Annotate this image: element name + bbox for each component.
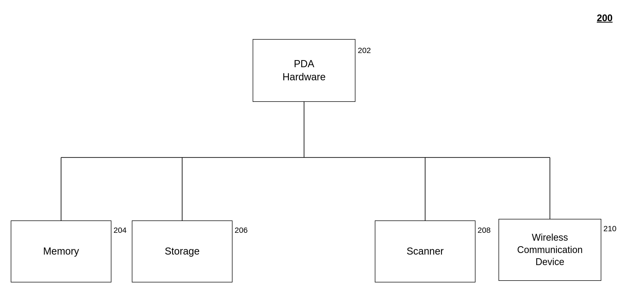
node-wireless: WirelessCommunicationDevice	[499, 219, 601, 281]
node-memory: Memory	[11, 220, 111, 282]
figure-number: 200	[597, 13, 613, 24]
node-pda-hardware-label: PDAHardware	[283, 57, 326, 83]
node-scanner-label: Scanner	[407, 245, 444, 258]
ref-scanner: 208	[478, 226, 491, 235]
node-storage-label: Storage	[165, 245, 199, 258]
node-wireless-label: WirelessCommunicationDevice	[517, 231, 583, 268]
node-scanner: Scanner	[375, 220, 475, 282]
ref-storage: 206	[235, 226, 248, 235]
node-memory-label: Memory	[43, 245, 79, 258]
ref-wireless: 210	[603, 224, 616, 233]
diagram-container: 200 PDAHardware 202 Memory 204 Storag	[0, 0, 644, 295]
node-storage: Storage	[132, 220, 232, 282]
node-pda-hardware: PDAHardware	[253, 39, 355, 102]
ref-pda-hardware: 202	[358, 46, 371, 55]
ref-memory: 204	[113, 226, 127, 235]
